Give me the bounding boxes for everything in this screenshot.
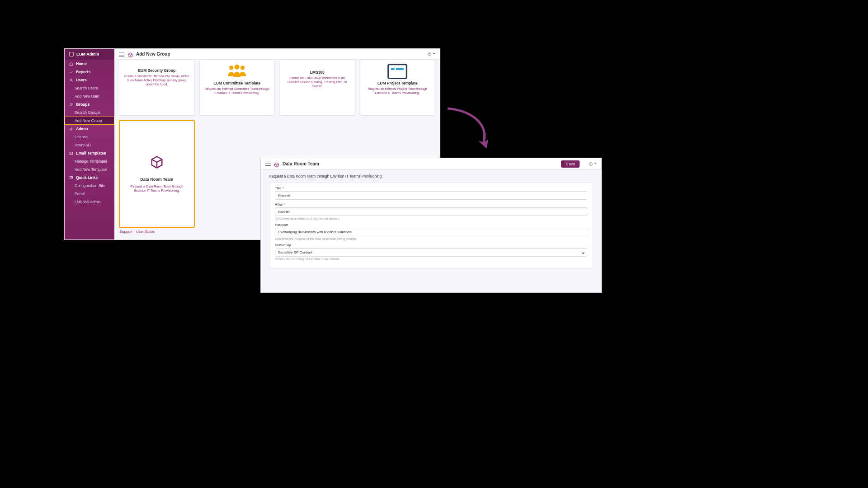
card-title: LMS365 [310,70,325,75]
sidebar-item-portal[interactable]: Portal [65,190,114,198]
sidebar-item-users[interactable]: Users [65,76,114,84]
sidebar-item-label: License [75,135,88,139]
sidebar-item-label: Configuration Site [75,183,105,188]
card-lms[interactable]: LMS365 Create an EUM Group connected to … [279,60,355,116]
form-header: Data Room Team Save [261,158,601,170]
people-icon [226,64,248,79]
sidebar-item-label: Users [76,78,87,82]
chart-icon [69,70,73,74]
sidebar-item-label: Add New Group [75,118,102,123]
svg-point-0 [71,79,72,80]
card-desc: Request a Data Room Team through Envisio… [129,184,185,192]
menu-toggle-icon[interactable] [119,52,124,56]
purpose-label: Purpose [275,223,587,227]
sidebar-item-label: Reports [76,70,90,74]
user-guide-link[interactable]: User Guide [136,230,154,234]
card-desc: Create a standard EUM Security Group, wh… [124,75,190,86]
svg-point-10 [241,66,245,70]
brand: EUM Admin [65,49,114,60]
purpose-input[interactable] [275,228,587,236]
user-icon [69,78,73,82]
title-label: Title* [275,186,587,190]
sidebar-item-label: Home [76,61,87,66]
sidebar-item-manage-templates[interactable]: Manage Templates [65,157,114,165]
brand-logo-icon [69,52,74,56]
sidebar-item-admin[interactable]: Admin [65,125,114,133]
home-icon [69,62,73,66]
form-title: Data Room Team [283,161,319,166]
sidebar-item-label: Azure AD [75,143,91,147]
card-committee[interactable]: EUM Committee Template Request an extern… [199,60,275,116]
card-desc: Create an EUM Group connected to an LMS3… [284,76,350,88]
sidebar-item-azure-ad[interactable]: Azure AD [65,141,114,149]
sidebar-item-label: Add New Template [75,167,107,172]
mail-icon [69,151,73,155]
card-title: EUM Security Group [138,68,175,73]
cube-icon [127,52,133,57]
card-security[interactable]: EUM Security Group Create a standard EUM… [119,60,195,116]
menu-toggle-icon[interactable] [265,162,271,166]
card-data-room-selected[interactable]: Data Room Team Request a Data Room Team … [119,120,195,228]
alias-help: Only lower case letters and dashes are a… [275,217,587,220]
sidebar-item-label: Admin [76,127,88,131]
sidebar: EUM Admin HomeReportsUsersSearch UsersAd… [65,49,114,239]
sidebar-item-groups[interactable]: Groups [65,100,114,108]
purpose-help: Describes the purpose of the data room t… [275,237,587,240]
link-icon [69,176,73,180]
gear-icon [69,127,73,131]
flow-arrow-icon [445,106,495,151]
form-intro: Request a Data Room Team through Envisio… [269,174,593,178]
cube-icon [274,161,279,167]
svg-point-8 [229,66,233,70]
sidebar-item-email-templates[interactable]: Email Templates [65,149,114,157]
svg-rect-11 [388,64,407,78]
sidebar-item-add-new-user[interactable]: Add New User [65,92,114,100]
brand-label: EUM Admin [76,52,99,56]
power-menu[interactable] [427,52,435,56]
svg-point-9 [235,65,240,70]
card-desc: Request an external Committee Team throu… [204,87,270,95]
form-window: Data Room Team Save Request a Data Room … [261,158,601,292]
alias-input[interactable] [275,207,587,216]
sidebar-item-license[interactable]: License [65,133,114,141]
card-title: EUM Committee Template [213,81,260,85]
save-button[interactable]: Save [561,160,580,168]
sidebar-item-configuration-site[interactable]: Configuration Site [65,182,114,190]
power-menu[interactable] [589,162,597,166]
sidebar-item-label: Search Users [75,86,98,90]
sidebar-item-label: Portal [75,192,85,196]
sidebar-item-label: Search Groups [75,110,100,115]
sidebar-item-search-users[interactable]: Search Users [65,84,114,92]
sidebar-item-home[interactable]: Home [65,60,114,68]
card-title: EUM Project Template [377,81,418,85]
svg-point-1 [70,103,71,104]
sensitivity-select[interactable]: Sensitive SP Content [275,248,587,257]
card-desc: Request an external Project Team through… [365,87,431,95]
svg-rect-13 [396,68,404,70]
sidebar-item-quick-links[interactable]: Quick Links [65,174,114,182]
svg-point-2 [71,103,72,104]
group-icon [69,103,73,107]
svg-rect-12 [391,68,395,70]
title-input[interactable] [275,191,587,200]
card-title: Data Room Team [140,177,173,182]
sidebar-item-search-groups[interactable]: Search Groups [65,108,114,117]
sidebar-item-label: Add New User [75,94,99,99]
sidebar-item-add-new-group[interactable]: Add New Group [65,117,114,125]
form-card: Title* Alias* Only lower case letters an… [269,182,593,268]
sidebar-item-label: Quick Links [76,175,98,180]
support-link[interactable]: Support [120,230,132,234]
page-title: Add New Group [136,52,170,56]
sensitivity-help: Defines the sensitivity of the data room… [275,258,587,261]
card-project[interactable]: EUM Project Template Request an external… [360,60,436,116]
form-body: Request a Data Room Team through Envisio… [261,170,601,273]
sidebar-item-label: Email Templates [76,151,106,155]
sidebar-item-add-new-template[interactable]: Add New Template [65,165,114,174]
svg-rect-5 [70,176,72,178]
sidebar-item-reports[interactable]: Reports [65,68,114,76]
sensitivity-label: Sensitivity [275,243,587,247]
sidebar-item-label: LMS365 Admin [75,200,101,204]
sidebar-item-label: Groups [76,102,90,107]
svg-point-3 [71,128,71,129]
sidebar-item-lms365-admin[interactable]: LMS365 Admin [65,198,114,206]
